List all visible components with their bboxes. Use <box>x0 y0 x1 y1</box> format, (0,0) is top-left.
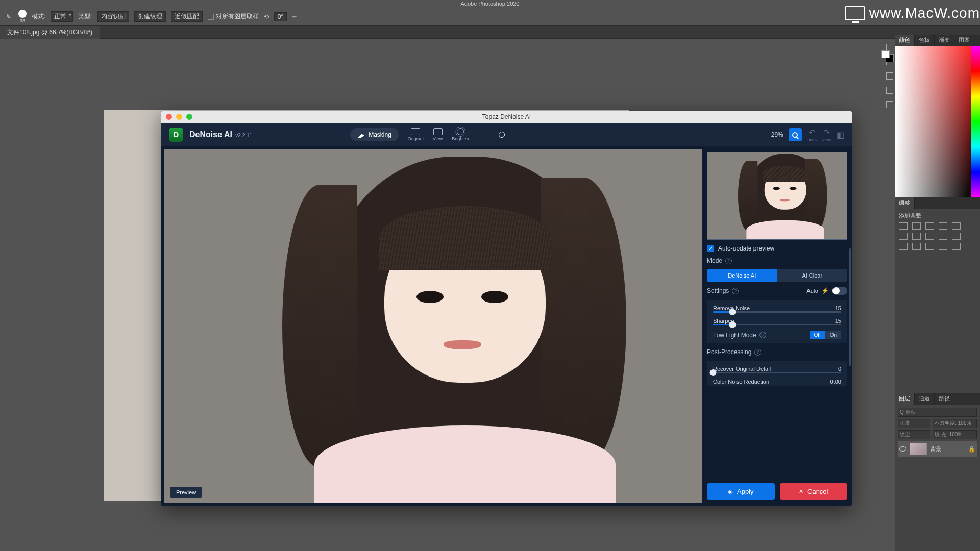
compare-icon[interactable]: ◧ <box>837 130 844 140</box>
fg-color-swatch[interactable] <box>881 50 890 58</box>
sample-all-layers-checkbox[interactable]: 对所有图层取样 <box>208 12 259 21</box>
preview-canvas[interactable]: Preview <box>164 149 702 503</box>
tab-patterns[interactable]: 图案 <box>954 35 974 46</box>
layer-filter-dropdown[interactable]: Q 类型 <box>898 408 977 417</box>
topaz-titlebar[interactable]: Topaz DeNoise AI <box>161 111 852 123</box>
help-icon[interactable]: ? <box>760 332 766 338</box>
saturation-field[interactable] <box>895 46 971 197</box>
fill-field[interactable]: 填 充: 100% <box>933 430 977 439</box>
type-proximity-match[interactable]: 近似匹配 <box>171 11 203 22</box>
footer-buttons: ◈Apply ✕Cancel <box>707 483 847 506</box>
minimize-icon[interactable] <box>176 114 182 120</box>
tab-channels[interactable]: 通道 <box>915 393 935 405</box>
adj-posterize-icon[interactable] <box>912 243 921 250</box>
topaz-brand: DeNoise AI v2.2.11 <box>189 130 252 139</box>
tab-paths[interactable]: 路径 <box>935 393 954 405</box>
off-label: Off <box>810 331 825 339</box>
help-icon[interactable]: ? <box>754 349 761 356</box>
auto-update-checkbox[interactable]: ✓ <box>707 245 714 252</box>
adj-channelmixer-icon[interactable] <box>939 233 947 240</box>
sharpen-value: 15 <box>835 318 841 324</box>
collapsed-panel-icon[interactable] <box>886 87 893 94</box>
tab-layers[interactable]: 图层 <box>895 393 915 405</box>
adj-bw-icon[interactable] <box>912 233 921 240</box>
version-text: v2.2.11 <box>235 133 252 138</box>
adj-exposure-icon[interactable] <box>939 222 947 230</box>
cancel-label: Cancel <box>807 488 828 495</box>
hue-strip[interactable] <box>971 46 980 197</box>
healing-brush-tool-icon[interactable]: ✎ <box>4 12 13 21</box>
undo-button[interactable]: ↶Undo <box>807 128 817 142</box>
adj-invert-icon[interactable] <box>899 243 908 250</box>
type-create-texture[interactable]: 创建纹理 <box>134 11 166 22</box>
auto-toggle[interactable] <box>832 287 847 295</box>
lock-controls[interactable]: 锁定: <box>898 430 930 439</box>
mode-dropdown[interactable]: 正常 <box>51 11 73 22</box>
fg-bg-swatches[interactable] <box>881 50 894 62</box>
adj-colorlookup-icon[interactable] <box>952 233 961 240</box>
color-picker[interactable] <box>895 46 980 197</box>
redo-icon: ↷ <box>823 128 830 137</box>
angle-value[interactable]: 0° <box>274 12 287 21</box>
view-split-button[interactable]: View <box>433 128 443 141</box>
post-processing-header: Post-Processing ? <box>707 348 847 356</box>
tab-color[interactable]: 颜色 <box>895 35 915 46</box>
adj-hsl-icon[interactable] <box>899 233 908 240</box>
low-light-toggle[interactable]: Off On <box>810 331 842 339</box>
layer-row[interactable]: 背景 🔒 <box>898 441 977 457</box>
brush-preview-icon[interactable] <box>18 10 27 18</box>
tab-gradients[interactable]: 渐变 <box>935 35 954 46</box>
adj-photofilter-icon[interactable] <box>925 233 934 240</box>
topaz-window: Topaz DeNoise AI D DeNoise AI v2.2.11 Ma… <box>161 111 852 506</box>
blend-mode-dropdown[interactable]: 正常 <box>898 419 930 428</box>
brush-icon <box>357 131 364 138</box>
cancel-button[interactable]: ✕Cancel <box>780 483 848 500</box>
recover-detail-slider[interactable] <box>713 372 841 373</box>
zoom-level[interactable]: 29% <box>771 131 783 138</box>
adj-gradientmap-icon[interactable] <box>939 243 947 250</box>
help-icon[interactable]: ? <box>732 288 739 294</box>
navigator-thumbnail[interactable] <box>707 152 847 240</box>
sidebar-scrollbar[interactable] <box>849 248 851 366</box>
close-icon[interactable] <box>166 114 172 120</box>
document-tab[interactable]: 文件108.jpg @ 66.7%(RGB/8#) <box>0 26 100 39</box>
adj-brightness-icon[interactable] <box>899 222 908 230</box>
brighten-button[interactable]: Brighten <box>452 128 469 141</box>
add-adjustment-label: 添加调整 <box>899 212 976 219</box>
remove-noise-slider[interactable] <box>713 311 841 313</box>
magnifier-icon <box>792 132 798 138</box>
zoom-fit-button[interactable] <box>789 128 802 141</box>
type-content-aware[interactable]: 内容识别 <box>97 11 129 22</box>
auto-update-row[interactable]: ✓ Auto-update preview <box>707 245 847 252</box>
masking-button[interactable]: Masking <box>350 128 399 141</box>
apply-icon: ◈ <box>728 488 733 495</box>
collapsed-panel-icon[interactable] <box>886 72 893 80</box>
settings-group: Remove Noise15 Sharpen15 Low Light Mode … <box>707 300 847 343</box>
preview-tag: Preview <box>170 487 202 498</box>
view-original-button[interactable]: Original <box>408 128 424 141</box>
adj-curves-icon[interactable] <box>925 222 934 230</box>
maximize-icon[interactable] <box>186 114 192 120</box>
topaz-sidebar: ✓ Auto-update preview Mode ? DeNoise AI … <box>702 146 852 506</box>
tab-adjustments[interactable]: 调整 <box>895 197 915 209</box>
original-icon <box>411 128 420 135</box>
apply-button[interactable]: ◈Apply <box>707 483 775 500</box>
tab-swatches[interactable]: 色板 <box>915 35 935 46</box>
visibility-eye-icon[interactable] <box>899 446 906 452</box>
layer-thumbnail[interactable] <box>910 443 927 455</box>
rotate-icon[interactable]: ⟲ <box>264 13 269 20</box>
brush-size-value: 38 <box>20 18 25 23</box>
adj-threshold-icon[interactable] <box>925 243 934 250</box>
mode-aiclear-button[interactable]: AI Clear <box>777 269 848 282</box>
adj-vibrance-icon[interactable] <box>952 222 961 230</box>
adj-selectivecolor-icon[interactable] <box>952 243 961 250</box>
mode-denoise-button[interactable]: DeNoise AI <box>707 269 777 282</box>
opacity-field[interactable]: 不透明度: 100% <box>933 419 977 428</box>
adj-levels-icon[interactable] <box>912 222 921 230</box>
pressure-icon[interactable]: ✒ <box>292 13 297 20</box>
help-icon[interactable]: ? <box>725 258 732 264</box>
sharpen-slider[interactable] <box>713 324 841 325</box>
brightness-indicator-icon[interactable] <box>499 132 505 138</box>
redo-button[interactable]: ↷Redo <box>822 128 831 142</box>
collapsed-panel-icon[interactable] <box>886 101 893 108</box>
